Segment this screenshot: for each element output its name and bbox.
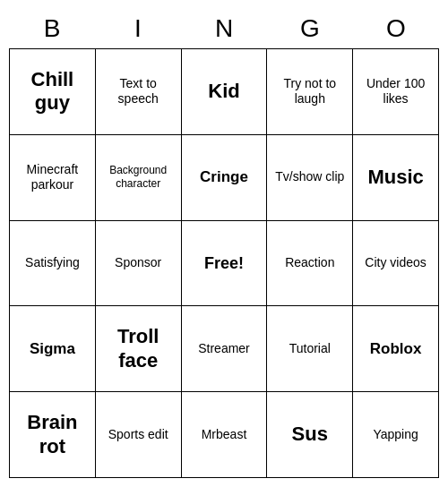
bingo-cell: Roblox	[353, 306, 439, 392]
bingo-cell: Under 100 likes	[353, 49, 439, 135]
header-n: N	[185, 14, 263, 43]
bingo-cell: Troll face	[96, 306, 182, 392]
bingo-cell: City videos	[353, 221, 439, 307]
bingo-cell: Yapping	[353, 392, 439, 478]
header-i: I	[99, 14, 177, 43]
bingo-cell: Streamer	[182, 306, 268, 392]
bingo-cell: Satisfying	[10, 221, 96, 307]
bingo-cell: Cringe	[182, 135, 268, 221]
bingo-cell: Mrbeast	[182, 392, 268, 478]
bingo-header: B I N G O	[9, 9, 439, 48]
header-b: B	[13, 14, 91, 43]
bingo-cell: Brain rot	[10, 392, 96, 478]
bingo-card: B I N G O Chill guyText to speechKidTry …	[9, 9, 439, 478]
bingo-cell: Reaction	[267, 221, 353, 307]
bingo-cell: Kid	[182, 49, 268, 135]
header-g: G	[271, 14, 349, 43]
bingo-cell: Sponsor	[96, 221, 182, 307]
bingo-cell: Tv/show clip	[267, 135, 353, 221]
header-o: O	[357, 14, 435, 43]
bingo-cell: Sigma	[10, 306, 96, 392]
bingo-cell: Chill guy	[10, 49, 96, 135]
bingo-cell: Sus	[267, 392, 353, 478]
bingo-cell: Text to speech	[96, 49, 182, 135]
bingo-cell: Background character	[96, 135, 182, 221]
bingo-grid: Chill guyText to speechKidTry not to lau…	[9, 48, 439, 478]
bingo-cell: Sports edit	[96, 392, 182, 478]
bingo-cell: Try not to laugh	[267, 49, 353, 135]
bingo-cell: Music	[353, 135, 439, 221]
bingo-cell: Minecraft parkour	[10, 135, 96, 221]
bingo-cell: Free!	[182, 221, 268, 307]
bingo-cell: Tutorial	[267, 306, 353, 392]
